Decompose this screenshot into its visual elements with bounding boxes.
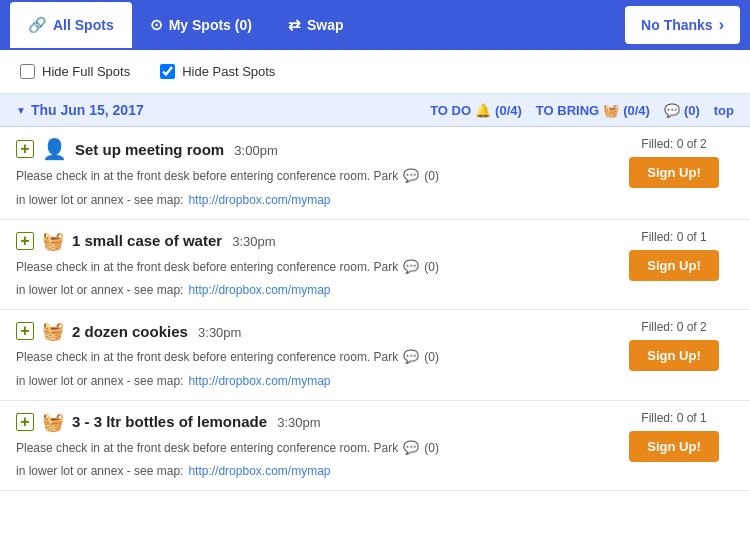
spot-map-link[interactable]: http://dropbox.com/mymap [188, 281, 330, 299]
basket-icon: 🧺 [42, 320, 64, 342]
todo-meta: TO DO 🔔 (0/4) [430, 103, 522, 118]
hide-full-spots-label: Hide Full Spots [42, 64, 130, 79]
no-thanks-label: No Thanks [641, 17, 713, 33]
todo-label: TO DO [430, 103, 471, 118]
tab-swap[interactable]: ⇄ Swap [270, 2, 362, 48]
comment-count: (0) [424, 258, 439, 276]
signup-button[interactable]: Sign Up! [629, 250, 719, 281]
spot-right-1: Filled: 0 of 1 Sign Up! [614, 230, 734, 281]
spot-title: Set up meeting room 3:00pm [75, 141, 604, 158]
spot-title-line: + 👤 Set up meeting room 3:00pm [16, 137, 604, 161]
tab-swap-label: Swap [307, 17, 344, 33]
filled-text: Filled: 0 of 2 [641, 137, 706, 151]
spot-description: Please check in at the front desk before… [16, 438, 604, 481]
spot-title: 1 small case of water 3:30pm [72, 232, 604, 249]
spot-description: Please check in at the front desk before… [16, 166, 604, 209]
top-link[interactable]: top [714, 103, 734, 118]
add-icon[interactable]: + [16, 232, 34, 250]
spot-map-link[interactable]: http://dropbox.com/mymap [188, 462, 330, 480]
spot-link-suffix: in lower lot or annex - see map: [16, 281, 183, 299]
signup-button[interactable]: Sign Up! [629, 431, 719, 462]
spot-desc-text: Please check in at the front desk before… [16, 258, 398, 276]
spot-time: 3:30pm [277, 415, 320, 430]
header: 🔗 All Spots ⊙ My Spots (0) ⇄ Swap No Tha… [0, 0, 750, 50]
spot-left-3: + 🧺 3 - 3 ltr bottles of lemonade 3:30pm… [16, 411, 604, 481]
bell-icon: 🔔 [475, 103, 491, 118]
spot-map-link[interactable]: http://dropbox.com/mymap [188, 191, 330, 209]
spot-row: + 🧺 3 - 3 ltr bottles of lemonade 3:30pm… [0, 401, 750, 492]
basket-icon: 🧺 [603, 103, 619, 118]
nav-tabs: 🔗 All Spots ⊙ My Spots (0) ⇄ Swap [10, 2, 625, 48]
spot-title-line: + 🧺 3 - 3 ltr bottles of lemonade 3:30pm [16, 411, 604, 433]
link-icon: 🔗 [28, 16, 47, 34]
date-text: Thu Jun 15, 2017 [31, 102, 144, 118]
spot-description: Please check in at the front desk before… [16, 257, 604, 300]
spot-link-suffix: in lower lot or annex - see map: [16, 462, 183, 480]
spot-map-link[interactable]: http://dropbox.com/mymap [188, 372, 330, 390]
signup-button[interactable]: Sign Up! [629, 157, 719, 188]
spot-description: Please check in at the front desk before… [16, 347, 604, 390]
person-icon: 👤 [42, 137, 67, 161]
comment-bubble-icon: 💬 [664, 103, 680, 118]
spot-row: + 🧺 2 dozen cookies 3:30pm Please check … [0, 310, 750, 401]
filter-bar: Hide Full Spots Hide Past Spots [0, 50, 750, 94]
date-meta: TO DO 🔔 (0/4) TO BRING 🧺 (0/4) 💬 (0) top [430, 103, 734, 118]
comment-count: (0) [424, 439, 439, 457]
spot-link-suffix: in lower lot or annex - see map: [16, 372, 183, 390]
comment-icon: 💬 [403, 166, 419, 186]
basket-icon: 🧺 [42, 411, 64, 433]
tobring-meta: TO BRING 🧺 (0/4) [536, 103, 650, 118]
tab-my-spots[interactable]: ⊙ My Spots (0) [132, 2, 270, 48]
hide-past-spots-filter[interactable]: Hide Past Spots [160, 64, 275, 79]
spot-right-0: Filled: 0 of 2 Sign Up! [614, 137, 734, 188]
chevron-right-icon: › [719, 16, 724, 34]
hide-past-spots-label: Hide Past Spots [182, 64, 275, 79]
spot-title: 2 dozen cookies 3:30pm [72, 323, 604, 340]
add-icon[interactable]: + [16, 140, 34, 158]
tobring-count: (0/4) [623, 103, 650, 118]
tab-all-spots-label: All Spots [53, 17, 114, 33]
tab-my-spots-label: My Spots (0) [169, 17, 252, 33]
spot-desc-text: Please check in at the front desk before… [16, 348, 398, 366]
spot-right-2: Filled: 0 of 2 Sign Up! [614, 320, 734, 371]
spot-title-line: + 🧺 2 dozen cookies 3:30pm [16, 320, 604, 342]
no-thanks-button[interactable]: No Thanks › [625, 6, 740, 44]
filled-text: Filled: 0 of 2 [641, 320, 706, 334]
spot-desc-text: Please check in at the front desk before… [16, 439, 398, 457]
comments-meta: 💬 (0) [664, 103, 700, 118]
hide-full-spots-filter[interactable]: Hide Full Spots [20, 64, 130, 79]
add-icon[interactable]: + [16, 322, 34, 340]
comments-count: (0) [684, 103, 700, 118]
hide-past-spots-checkbox[interactable] [160, 64, 175, 79]
spot-time: 3:30pm [198, 325, 241, 340]
spot-link-suffix: in lower lot or annex - see map: [16, 191, 183, 209]
todo-count: (0/4) [495, 103, 522, 118]
tab-all-spots[interactable]: 🔗 All Spots [10, 2, 132, 48]
comment-icon: 💬 [403, 257, 419, 277]
spots-list: + 👤 Set up meeting room 3:00pm Please ch… [0, 127, 750, 491]
hide-full-spots-checkbox[interactable] [20, 64, 35, 79]
spot-time: 3:30pm [232, 234, 275, 249]
spot-left-2: + 🧺 2 dozen cookies 3:30pm Please check … [16, 320, 604, 390]
spot-row: + 👤 Set up meeting room 3:00pm Please ch… [0, 127, 750, 220]
comment-icon: 💬 [403, 438, 419, 458]
tobring-label: TO BRING [536, 103, 599, 118]
spot-title: 3 - 3 ltr bottles of lemonade 3:30pm [72, 413, 604, 430]
signup-button[interactable]: Sign Up! [629, 340, 719, 371]
basket-icon: 🧺 [42, 230, 64, 252]
date-section-header: ▼ Thu Jun 15, 2017 TO DO 🔔 (0/4) TO BRIN… [0, 94, 750, 127]
add-icon[interactable]: + [16, 413, 34, 431]
spot-right-3: Filled: 0 of 1 Sign Up! [614, 411, 734, 462]
comment-icon: 💬 [403, 347, 419, 367]
comment-count: (0) [424, 167, 439, 185]
comment-count: (0) [424, 348, 439, 366]
swap-icon: ⇄ [288, 16, 301, 34]
date-label: ▼ Thu Jun 15, 2017 [16, 102, 144, 118]
spot-time: 3:00pm [234, 143, 277, 158]
spot-row: + 🧺 1 small case of water 3:30pm Please … [0, 220, 750, 311]
spot-left-1: + 🧺 1 small case of water 3:30pm Please … [16, 230, 604, 300]
triangle-icon: ▼ [16, 105, 26, 116]
spot-desc-text: Please check in at the front desk before… [16, 167, 398, 185]
filled-text: Filled: 0 of 1 [641, 411, 706, 425]
spot-left-0: + 👤 Set up meeting room 3:00pm Please ch… [16, 137, 604, 209]
